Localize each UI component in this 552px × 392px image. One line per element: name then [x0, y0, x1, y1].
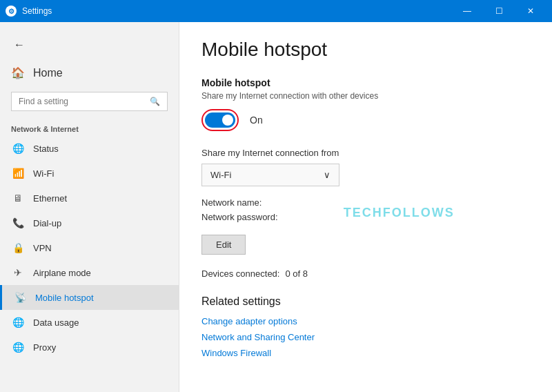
chevron-down-icon: ∨	[324, 170, 331, 180]
back-button[interactable]: ←	[11, 36, 28, 54]
main-content: ← 🏠 Home 🔍 Network & Internet 🌐 Status 📶…	[0, 22, 552, 392]
sidebar-item-label: Wi-Fi	[33, 168, 54, 179]
sidebar-item-wifi[interactable]: 📶 Wi-Fi	[0, 161, 179, 186]
search-input[interactable]	[19, 97, 144, 106]
sharing-center-link[interactable]: Network and Sharing Center	[201, 332, 530, 342]
sidebar-item-dialup[interactable]: 📞 Dial-up	[0, 210, 179, 235]
maximize-button[interactable]: ☐	[483, 0, 515, 22]
sidebar-item-label: Dial-up	[33, 218, 61, 228]
vpn-icon: 🔒	[11, 242, 25, 253]
status-icon: 🌐	[11, 143, 25, 154]
related-settings-title: Related settings	[201, 295, 530, 308]
section-description: Share my Internet connection with other …	[201, 91, 530, 101]
sidebar-item-vpn[interactable]: 🔒 VPN	[0, 235, 179, 260]
sidebar-item-datausage[interactable]: 🌐 Data usage	[0, 310, 179, 335]
minimize-button[interactable]: —	[451, 0, 483, 22]
section-label: Network & Internet	[0, 117, 179, 136]
sidebar-item-label: Proxy	[33, 342, 56, 353]
network-name-row: Network name:	[201, 197, 530, 208]
hotspot-toggle[interactable]	[205, 112, 235, 128]
toggle-label: On	[250, 115, 263, 126]
titlebar-left: ⚙ Settings	[6, 6, 52, 17]
home-icon: 🏠	[11, 66, 25, 79]
sidebar-item-airplane[interactable]: ✈ Airplane mode	[0, 260, 179, 285]
devices-label: Devices connected:	[201, 268, 279, 279]
page-title: Mobile hotspot	[201, 39, 530, 61]
network-password-label: Network password:	[201, 212, 278, 222]
datausage-icon: 🌐	[11, 317, 25, 328]
firewall-link[interactable]: Windows Firewall	[201, 348, 530, 358]
sidebar-item-label: Data usage	[33, 317, 79, 328]
sidebar-item-label: Mobile hotspot	[35, 293, 94, 303]
change-adapter-link[interactable]: Change adapter options	[201, 316, 530, 326]
home-label: Home	[33, 67, 63, 79]
search-box: 🔍	[11, 92, 168, 111]
sidebar-item-hotspot[interactable]: 📡 Mobile hotspot	[0, 285, 179, 310]
close-button[interactable]: ✕	[515, 0, 546, 22]
search-icon: 🔍	[150, 97, 160, 106]
section-subtitle: Mobile hotspot	[201, 77, 530, 88]
toggle-thumb	[222, 115, 233, 126]
network-password-row: Network password:	[201, 212, 530, 222]
settings-icon: ⚙	[6, 6, 17, 17]
sidebar-item-ethernet[interactable]: 🖥 Ethernet	[0, 186, 179, 210]
devices-value: 0 of 8	[285, 268, 308, 279]
sidebar-item-label: Ethernet	[33, 193, 67, 204]
wifi-icon: 📶	[11, 168, 25, 179]
titlebar-title: Settings	[22, 6, 52, 16]
sidebar-item-label: Airplane mode	[33, 268, 91, 278]
dialup-icon: 📞	[11, 217, 25, 228]
edit-button[interactable]: Edit	[201, 235, 246, 255]
sidebar-item-home[interactable]: 🏠 Home	[0, 59, 179, 86]
content-area: TECHFOLLOWS Mobile hotspot Mobile hotspo…	[179, 22, 552, 392]
sidebar-header: ←	[0, 22, 179, 59]
devices-connected-row: Devices connected: 0 of 8	[201, 268, 530, 279]
proxy-icon: 🌐	[11, 342, 25, 353]
sidebar-item-label: Status	[33, 144, 59, 154]
titlebar-controls: — ☐ ✕	[451, 0, 546, 22]
share-from-label: Share my Internet connection from	[201, 148, 530, 158]
sidebar-item-status[interactable]: 🌐 Status	[0, 136, 179, 161]
ethernet-icon: 🖥	[11, 193, 25, 204]
hotspot-icon: 📡	[13, 292, 27, 303]
network-name-label: Network name:	[201, 197, 262, 208]
titlebar: ⚙ Settings — ☐ ✕	[0, 0, 552, 22]
sidebar: ← 🏠 Home 🔍 Network & Internet 🌐 Status 📶…	[0, 22, 179, 392]
connection-value: Wi-Fi	[210, 170, 231, 180]
airplane-icon: ✈	[11, 267, 25, 278]
toggle-wrapper	[201, 109, 239, 131]
sidebar-item-proxy[interactable]: 🌐 Proxy	[0, 335, 179, 360]
connection-dropdown[interactable]: Wi-Fi ∨	[201, 164, 339, 186]
toggle-row: On	[201, 109, 530, 131]
sidebar-item-label: VPN	[33, 243, 52, 253]
